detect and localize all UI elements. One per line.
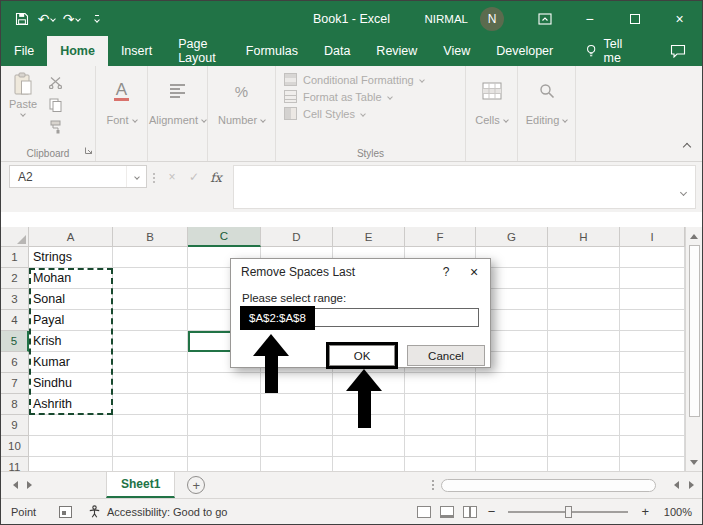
cell-B4[interactable] (113, 310, 188, 331)
cell-C10[interactable] (188, 436, 261, 457)
cell-I7[interactable] (620, 373, 685, 394)
maximize-button[interactable] (612, 1, 657, 36)
cell-G7[interactable] (476, 373, 548, 394)
tab-view[interactable]: View (430, 36, 483, 66)
cell-H6[interactable] (548, 352, 620, 373)
row-header-5[interactable]: 5 (1, 331, 29, 352)
zoom-in-button[interactable]: + (639, 504, 651, 519)
row-header-8[interactable]: 8 (1, 394, 29, 415)
cell-G10[interactable] (476, 436, 548, 457)
cell-G11[interactable] (476, 457, 548, 471)
copy-button[interactable] (46, 97, 64, 112)
formula-input[interactable] (233, 165, 696, 209)
comments-button[interactable] (654, 36, 702, 66)
cell-D11[interactable] (261, 457, 333, 471)
cell-A11[interactable] (29, 457, 113, 471)
close-button[interactable]: × (657, 1, 702, 36)
name-box[interactable]: A2 (9, 165, 147, 188)
cell-B2[interactable] (113, 268, 188, 289)
redo-button[interactable]: ↷ (59, 6, 84, 32)
cell-B5[interactable] (113, 331, 188, 352)
row-header-9[interactable]: 9 (1, 415, 29, 436)
cell-H2[interactable] (548, 268, 620, 289)
collapse-ribbon-button[interactable] (684, 136, 690, 154)
cell-B7[interactable] (113, 373, 188, 394)
cell-F7[interactable] (405, 373, 476, 394)
tab-scroll-grip-icon[interactable] (432, 480, 434, 490)
editing-group-button[interactable]: Editing (518, 66, 576, 161)
tab-data[interactable]: Data (311, 36, 363, 66)
accessibility-status[interactable]: Accessibility: Good to go (88, 505, 227, 518)
cell-H10[interactable] (548, 436, 620, 457)
horizontal-scroll-thumb[interactable] (441, 479, 656, 492)
ribbon-display-options-button[interactable] (522, 1, 567, 36)
row-header-4[interactable]: 4 (1, 310, 29, 331)
cell-B3[interactable] (113, 289, 188, 310)
scroll-down-button[interactable] (686, 455, 702, 469)
row-header-1[interactable]: 1 (1, 247, 29, 268)
cell-H11[interactable] (548, 457, 620, 471)
cell-B9[interactable] (113, 415, 188, 436)
cell-A9[interactable] (29, 415, 113, 436)
cell-styles-button[interactable]: Cell Styles (276, 105, 465, 122)
cell-I5[interactable] (620, 331, 685, 352)
cell-A10[interactable] (29, 436, 113, 457)
col-header-I[interactable]: I (620, 227, 685, 247)
page-layout-view-button[interactable] (440, 506, 454, 518)
col-header-A[interactable]: A (29, 227, 113, 247)
cell-A7[interactable]: Sindhu (29, 373, 113, 394)
cell-H4[interactable] (548, 310, 620, 331)
tell-me-button[interactable]: Tell me (572, 36, 654, 66)
tab-review[interactable]: Review (363, 36, 430, 66)
cell-F8[interactable] (405, 394, 476, 415)
vertical-scrollbar[interactable] (685, 227, 702, 471)
previous-sheet-button[interactable] (13, 481, 18, 489)
cancel-entry-button[interactable]: × (161, 166, 183, 188)
row-header-2[interactable]: 2 (1, 268, 29, 289)
tab-page-layout[interactable]: Page Layout (165, 36, 233, 66)
cell-B8[interactable] (113, 394, 188, 415)
name-box-dropdown[interactable] (126, 166, 146, 187)
minimize-button[interactable]: − (567, 1, 612, 36)
cell-D10[interactable] (261, 436, 333, 457)
customize-qat-button[interactable] (84, 6, 109, 32)
cell-D8[interactable] (261, 394, 333, 415)
avatar[interactable]: N (480, 7, 504, 31)
cell-I9[interactable] (620, 415, 685, 436)
dialog-close-button[interactable]: × (458, 259, 490, 284)
zoom-out-button[interactable]: − (486, 504, 498, 519)
user-name[interactable]: NIRMAL (425, 13, 468, 25)
cell-B6[interactable] (113, 352, 188, 373)
tab-file[interactable]: File (1, 36, 47, 66)
format-painter-button[interactable] (46, 119, 64, 134)
cell-A3[interactable]: Sonal (29, 289, 113, 310)
scroll-left-button[interactable] (674, 481, 679, 489)
col-header-C[interactable]: C (188, 227, 261, 247)
cell-C8[interactable] (188, 394, 261, 415)
cell-A8[interactable]: Ashrith (29, 394, 113, 415)
cell-I10[interactable] (620, 436, 685, 457)
cell-A1[interactable]: Strings (29, 247, 113, 268)
cell-H1[interactable] (548, 247, 620, 268)
cell-E11[interactable] (333, 457, 405, 471)
tab-home[interactable]: Home (47, 36, 108, 66)
cell-H7[interactable] (548, 373, 620, 394)
number-group-button[interactable]: % Number (208, 66, 276, 161)
cell-I3[interactable] (620, 289, 685, 310)
formula-bar-grip-icon[interactable] (147, 165, 161, 183)
cell-B1[interactable] (113, 247, 188, 268)
cell-H5[interactable] (548, 331, 620, 352)
cells-group-button[interactable]: Cells (466, 66, 518, 161)
cell-B11[interactable] (113, 457, 188, 471)
zoom-slider[interactable] (508, 511, 628, 513)
col-header-H[interactable]: H (548, 227, 620, 247)
new-sheet-button[interactable]: + (187, 476, 205, 494)
vertical-scroll-thumb[interactable] (689, 245, 700, 417)
scroll-right-button[interactable] (689, 481, 694, 489)
cell-D9[interactable] (261, 415, 333, 436)
cell-G9[interactable] (476, 415, 548, 436)
cell-H3[interactable] (548, 289, 620, 310)
paste-button[interactable]: Paste (9, 72, 37, 134)
cell-I4[interactable] (620, 310, 685, 331)
enter-entry-button[interactable]: ✓ (183, 166, 205, 188)
